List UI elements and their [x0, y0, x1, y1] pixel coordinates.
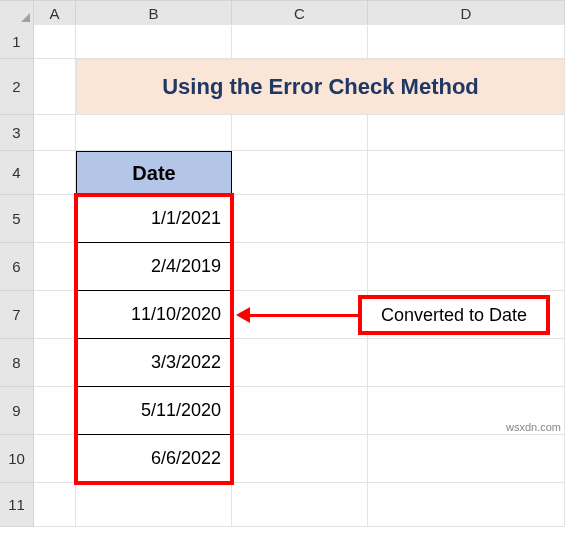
- cell-C3[interactable]: [232, 115, 368, 151]
- row-header-11[interactable]: 11: [0, 483, 34, 527]
- date-cell-4[interactable]: 3/3/2022: [76, 339, 232, 387]
- cell-A11[interactable]: [34, 483, 76, 527]
- row-header-7[interactable]: 7: [0, 291, 34, 339]
- column-header-row: A B C D: [0, 0, 565, 24]
- row-header-10[interactable]: 10: [0, 435, 34, 483]
- arrow-line: [248, 314, 358, 317]
- cell-D11[interactable]: [368, 483, 565, 527]
- date-cell-5[interactable]: 5/11/2020: [76, 387, 232, 435]
- cell-A6[interactable]: [34, 243, 76, 291]
- cell-B3[interactable]: [76, 115, 232, 151]
- cell-D8[interactable]: [368, 339, 565, 387]
- cell-D3[interactable]: [368, 115, 565, 151]
- cell-D4[interactable]: [368, 151, 565, 195]
- cell-C8[interactable]: [232, 339, 368, 387]
- date-cell-2[interactable]: 2/4/2019: [76, 243, 232, 291]
- title-text: Using the Error Check Method: [162, 74, 479, 100]
- cell-C4[interactable]: [232, 151, 368, 195]
- row-header-5[interactable]: 5: [0, 195, 34, 243]
- cell-A5[interactable]: [34, 195, 76, 243]
- row-header-2[interactable]: 2: [0, 59, 34, 115]
- cell-A4[interactable]: [34, 151, 76, 195]
- cell-D1[interactable]: [368, 24, 565, 59]
- date-cell-6[interactable]: 6/6/2022: [76, 435, 232, 483]
- cell-B11[interactable]: [76, 483, 232, 527]
- column-header-A[interactable]: A: [34, 1, 76, 25]
- row-header-1[interactable]: 1: [0, 24, 34, 59]
- cell-C11[interactable]: [232, 483, 368, 527]
- cell-C9[interactable]: [232, 387, 368, 435]
- cell-C5[interactable]: [232, 195, 368, 243]
- cell-C10[interactable]: [232, 435, 368, 483]
- column-header-C[interactable]: C: [232, 1, 368, 25]
- row-header-9[interactable]: 9: [0, 387, 34, 435]
- callout-box: Converted to Date: [358, 295, 550, 335]
- date-cell-1[interactable]: 1/1/2021: [76, 195, 232, 243]
- date-cell-3[interactable]: 11/10/2020: [76, 291, 232, 339]
- cell-D10[interactable]: [368, 435, 565, 483]
- cell-D5[interactable]: [368, 195, 565, 243]
- cell-A2[interactable]: [34, 59, 76, 115]
- title-banner: Using the Error Check Method: [76, 59, 565, 115]
- row-header-6[interactable]: 6: [0, 243, 34, 291]
- row-header-4[interactable]: 4: [0, 151, 34, 195]
- column-header-B[interactable]: B: [76, 1, 232, 25]
- select-all-corner[interactable]: [0, 1, 34, 25]
- cell-C1[interactable]: [232, 24, 368, 59]
- cell-A1[interactable]: [34, 24, 76, 59]
- column-header-D[interactable]: D: [368, 1, 565, 25]
- cell-D6[interactable]: [368, 243, 565, 291]
- cell-A9[interactable]: [34, 387, 76, 435]
- date-header-label: Date: [132, 162, 175, 185]
- date-header-cell[interactable]: Date: [76, 151, 232, 195]
- row-header-3[interactable]: 3: [0, 115, 34, 151]
- row-header-8[interactable]: 8: [0, 339, 34, 387]
- cell-A10[interactable]: [34, 435, 76, 483]
- cell-C6[interactable]: [232, 243, 368, 291]
- cell-B1[interactable]: [76, 24, 232, 59]
- cell-A8[interactable]: [34, 339, 76, 387]
- cell-A7[interactable]: [34, 291, 76, 339]
- cell-A3[interactable]: [34, 115, 76, 151]
- watermark: wsxdn.com: [506, 421, 561, 433]
- callout-text: Converted to Date: [381, 305, 527, 326]
- arrow-head-icon: [236, 307, 250, 323]
- row-header-column: 1234567891011: [0, 24, 34, 527]
- spreadsheet: A B C D 1234567891011 Using the Error Ch…: [0, 0, 565, 551]
